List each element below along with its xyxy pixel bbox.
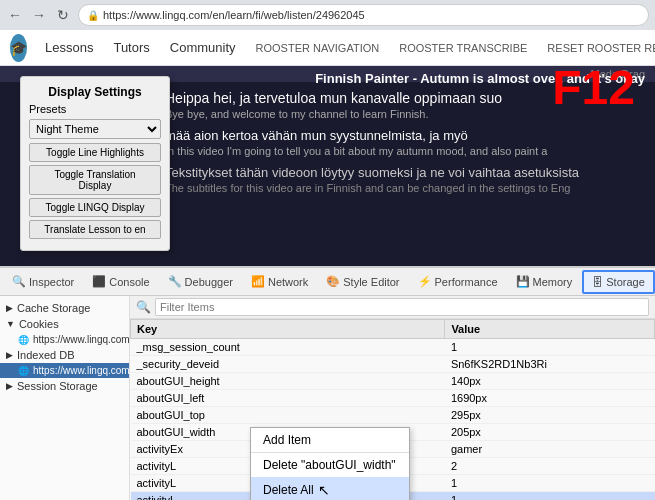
cookies-arrow: ▼: [6, 319, 15, 329]
tab-style-editor[interactable]: 🎨 Style Editor: [318, 271, 407, 292]
storage-toolbar: 🔍: [130, 296, 655, 319]
nav-reset-rooster-reader[interactable]: RESET ROOSTER READER: [537, 36, 655, 60]
tab-console[interactable]: ⬛ Console: [84, 271, 157, 292]
nav-rooster-transcribe[interactable]: ROOSTER TRANSCRIBE: [389, 36, 537, 60]
filter-input[interactable]: [155, 298, 649, 316]
ds-theme-select[interactable]: Night Theme Day Theme: [29, 119, 161, 139]
storage-content: 🔍 Key Value _msg_session_count1 _securit…: [130, 296, 655, 500]
col-key: Key: [131, 320, 445, 339]
nav-rooster-navigation[interactable]: ROOSTER NAVIGATION: [246, 36, 390, 60]
storage-indexeddb[interactable]: ▶ Indexed DB: [0, 347, 129, 363]
content-finnish2: mää aion kertoa vähän mun syystunnelmist…: [165, 128, 645, 143]
nav-lessons[interactable]: Lessons: [35, 32, 103, 63]
cache-arrow: ▶: [6, 303, 13, 313]
indexeddb-lingq-icon: 🌐: [18, 366, 29, 376]
content-english3: The subtitles for this video are in Finn…: [165, 182, 645, 194]
cm-delete-all[interactable]: Delete All ↖: [251, 477, 409, 500]
perf-icon: ⚡: [418, 275, 432, 288]
cm-delete-key[interactable]: Delete "aboutGUI_width": [251, 452, 409, 477]
url-text: https://www.lingq.com/en/learn/fi/web/li…: [103, 9, 365, 21]
tab-storage[interactable]: 🗄 Storage: [582, 270, 655, 294]
lock-icon: 🔒: [87, 10, 99, 21]
devtools-panel: 🔍 Inspector ⬛ Console 🔧 Debugger 📶 Netwo…: [0, 266, 655, 500]
logo: 🎓: [10, 34, 27, 62]
browser-chrome: ← → ↻ 🔒 https://www.lingq.com/en/learn/f…: [0, 0, 655, 30]
table-row[interactable]: aboutGUI_top295px: [131, 407, 655, 424]
storage-indexeddb-lingq[interactable]: 🌐 https://www.lingq.com: [0, 363, 129, 378]
memory-icon: 💾: [516, 275, 530, 288]
ds-toggle-lingq[interactable]: Toggle LINGQ Display: [29, 198, 161, 217]
cm-add-item[interactable]: Add Item: [251, 428, 409, 452]
tab-inspector[interactable]: 🔍 Inspector: [4, 271, 82, 292]
cookies-lingq-icon: 🌐: [18, 335, 29, 345]
tab-debugger[interactable]: 🔧 Debugger: [160, 271, 241, 292]
storage-icon: 🗄: [592, 276, 603, 288]
tab-network[interactable]: 📶 Network: [243, 271, 316, 292]
f12-label: F12: [552, 60, 635, 115]
ds-title: Display Settings: [29, 85, 161, 99]
table-row[interactable]: aboutGUI_left1690px: [131, 390, 655, 407]
debugger-icon: 🔧: [168, 275, 182, 288]
devtools-tabs: 🔍 Inspector ⬛ Console 🔧 Debugger 📶 Netwo…: [0, 268, 655, 296]
storage-session[interactable]: ▶ Session Storage: [0, 378, 129, 394]
back-button[interactable]: ←: [6, 6, 24, 24]
storage-cache[interactable]: ▶ Cache Storage: [0, 300, 129, 316]
col-value: Value: [445, 320, 655, 339]
storage-panel: ▶ Cache Storage ▼ Cookies 🌐 https://www.…: [0, 296, 655, 500]
storage-cookies-lingq[interactable]: 🌐 https://www.lingq.com: [0, 332, 129, 347]
cursor-indicator: ↖: [318, 482, 330, 498]
forward-button[interactable]: →: [30, 6, 48, 24]
cm-delete-all-label: Delete All: [263, 483, 314, 497]
network-icon: 📶: [251, 275, 265, 288]
console-icon: ⬛: [92, 275, 106, 288]
address-bar[interactable]: 🔒 https://www.lingq.com/en/learn/fi/web/…: [78, 4, 649, 26]
ds-translate-lesson[interactable]: Translate Lesson to en: [29, 220, 161, 239]
ds-toggle-translation[interactable]: Toggle TranslationDisplay: [29, 165, 161, 195]
nav-tutors[interactable]: Tutors: [103, 32, 159, 63]
tab-performance[interactable]: ⚡ Performance: [410, 271, 506, 292]
inspector-icon: 🔍: [12, 275, 26, 288]
table-row[interactable]: _security_deveidSn6fKS2RD1Nb3Ri: [131, 356, 655, 373]
table-row[interactable]: _msg_session_count1: [131, 339, 655, 356]
content-finnish3: Tekstitykset tähän videoon löytyy suomek…: [165, 165, 645, 180]
storage-cookies[interactable]: ▼ Cookies: [0, 316, 129, 332]
storage-table: Key Value _msg_session_count1 _security_…: [130, 319, 655, 500]
table-row[interactable]: aboutGUI_height140px: [131, 373, 655, 390]
session-arrow: ▶: [6, 381, 13, 391]
style-icon: 🎨: [326, 275, 340, 288]
content-english2: In this video I'm going to tell you a bi…: [165, 145, 645, 157]
storage-sidebar: ▶ Cache Storage ▼ Cookies 🌐 https://www.…: [0, 296, 130, 500]
nav-community[interactable]: Community: [160, 32, 246, 63]
indexeddb-arrow: ▶: [6, 350, 13, 360]
ds-presets-label: Presets: [29, 103, 161, 115]
ds-toggle-highlights[interactable]: Toggle Line Highlights: [29, 143, 161, 162]
tab-memory[interactable]: 💾 Memory: [508, 271, 581, 292]
display-settings-panel: Display Settings Presets Night Theme Day…: [20, 76, 170, 251]
filter-icon: 🔍: [136, 300, 151, 314]
context-menu: Add Item Delete "aboutGUI_width" Delete …: [250, 427, 410, 500]
reload-button[interactable]: ↻: [54, 6, 72, 24]
